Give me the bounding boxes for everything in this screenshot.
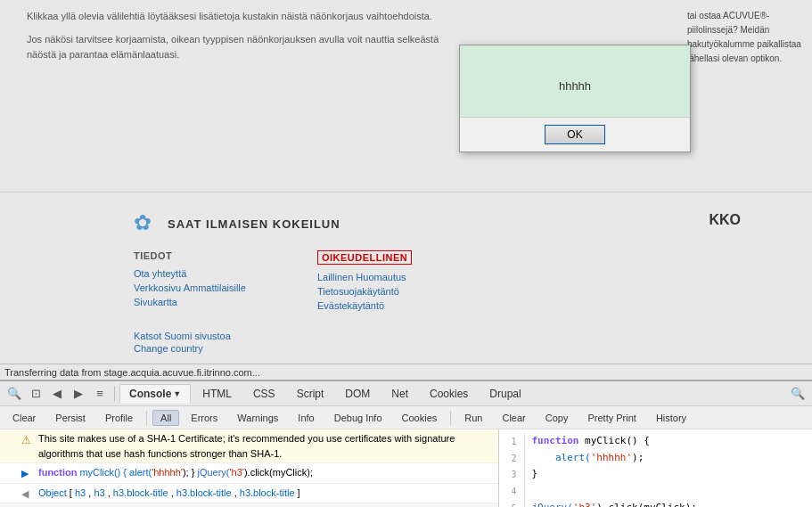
tab-html[interactable]: HTML — [193, 384, 242, 404]
console-toolbar-sep2 — [450, 411, 451, 425]
footer-col-tiedot: TIEDOT Ota yhteyttä Verkkosivu Ammattila… — [134, 250, 246, 315]
alert-arg: 'hhhhh' — [152, 467, 183, 478]
tab-dom[interactable]: DOM — [335, 384, 380, 404]
code-cell-4 — [524, 483, 697, 500]
code-table: 1 function myClick() { 2 alert('hhhhh'); — [506, 433, 697, 507]
alert-dialog: hhhhh OK — [459, 45, 691, 152]
footer-link-laillinen[interactable]: Laillinen Huomautus — [317, 272, 412, 282]
devtools-toolbar: 🔍 ⊡ ◀ ▶ ≡ Console ▼ HTML CSS Script DOM … — [0, 381, 812, 406]
ok-button[interactable]: OK — [545, 125, 604, 144]
line-num-2: 2 — [506, 450, 524, 467]
obj-h3-5: h3.block-title — [240, 487, 295, 498]
tab-console-arrow: ▼ — [173, 389, 181, 398]
line-num-1: 1 — [506, 433, 524, 450]
devtools-search-area: 🔍 — [788, 384, 808, 404]
footer-link-tietosuoja[interactable]: Tietosuojakäytäntö — [317, 286, 412, 297]
right-text: tai ostaa ACUVUE®-piilolinssejä? Meidän … — [687, 9, 803, 66]
tab-script[interactable]: Script — [287, 384, 334, 404]
filter-info-button[interactable]: Info — [290, 410, 322, 426]
footer-link-yhteyta[interactable]: Ota yhteyttä — [134, 268, 246, 279]
devtools-step-icon[interactable]: ≡ — [90, 384, 110, 404]
website-left-content: Klikkaa yllä olevia välilehtiä löytääkse… — [27, 9, 455, 63]
kw-function: function — [38, 467, 77, 478]
footer-logo-area: ✿ SAAT ILMAISEN KOKEILUN — [134, 210, 340, 237]
output-text: Object [ h3 , h3 , h3.block-title , h3.b… — [38, 486, 300, 501]
right-code-area: 1 function myClick() { 2 alert('hhhhh'); — [506, 433, 805, 507]
footer-col-oikeudellinen: OIKEUDELLINEN Laillinen Huomautus Tietos… — [317, 250, 412, 315]
jquery-sel: 'h3' — [230, 467, 244, 478]
footer-katsot-link[interactable]: Katsot Suomi sivustoa — [134, 331, 231, 341]
right-kw-function: function — [532, 435, 579, 446]
history-button[interactable]: History — [648, 410, 694, 426]
fn-myclick: myClick() { — [79, 467, 127, 478]
output-line: ◀ Object [ h3 , h3 , h3.block-title , h3… — [0, 484, 498, 504]
footer-link-sivukartta[interactable]: Sivukartta — [134, 297, 246, 307]
footer-change-country-link[interactable]: Change country — [134, 343, 231, 354]
footer-bottom-links: Katsot Suomi sivustoa Change country — [134, 331, 231, 356]
right-jquery-sel: 'h3' — [573, 502, 597, 507]
alert-dialog-footer: OK — [460, 117, 690, 151]
persist-button[interactable]: Persist — [47, 410, 94, 426]
obj-h3-1: h3 — [75, 487, 86, 498]
filter-debug-button[interactable]: Debug Info — [326, 410, 390, 426]
devtools-search-icon[interactable]: 🔍 — [788, 384, 808, 404]
obj-label: Object — [38, 487, 67, 498]
pretty-print-button[interactable]: Pretty Print — [579, 410, 644, 426]
copy-button[interactable]: Copy — [537, 410, 577, 426]
status-text: Transferring data from stage.acquia.acuv… — [4, 367, 260, 378]
bee-icon: ✿ — [134, 210, 160, 237]
filter-errors-button[interactable]: Errors — [183, 410, 226, 426]
filter-warnings-button[interactable]: Warnings — [229, 410, 286, 426]
arrow-icon: ▶ — [21, 466, 36, 481]
console-right-panel: 1 function myClick() { 2 alert('hhhhh'); — [499, 429, 812, 507]
line-num-3: 3 — [506, 466, 524, 483]
devtools-dom-pick-icon[interactable]: ⊡ — [26, 384, 45, 404]
right-indent — [532, 452, 550, 463]
alert-fn: alert( — [129, 467, 152, 478]
footer-kko: KKO — [709, 212, 741, 228]
warning-text: This site makes use of a SHA-1 Certifica… — [38, 431, 495, 461]
website-footer: ✿ SAAT ILMAISEN KOKEILUN KKO TIEDOT Ota … — [0, 192, 812, 365]
devtools-panel: 🔍 ⊡ ◀ ▶ ≡ Console ▼ HTML CSS Script DOM … — [0, 380, 812, 507]
status-bar: Transferring data from stage.acquia.acuv… — [0, 364, 812, 380]
right-alert: alert( — [555, 452, 591, 463]
code-cell-2: alert('hhhhh'); — [524, 450, 697, 467]
tab-css[interactable]: CSS — [243, 384, 285, 404]
obj-h3-3: h3.block-title — [113, 487, 168, 498]
profile-button[interactable]: Profile — [97, 410, 141, 426]
promo-text: SAAT ILMAISEN KOKEILUN — [168, 217, 340, 231]
obj-bracket-close: ] — [298, 487, 300, 498]
alert-close: ); } — [183, 467, 198, 478]
tab-console-label: Console — [129, 388, 171, 400]
tab-console[interactable]: Console ▼ — [119, 384, 191, 404]
console-toolbar-sep1 — [146, 411, 147, 425]
tab-net[interactable]: Net — [381, 384, 418, 404]
footer-link-evastekaytanto[interactable]: Evästekäytäntö — [317, 300, 412, 311]
footer-link-ammattilaisille[interactable]: Verkkosivu Ammattilaisille — [134, 282, 246, 293]
code-cell-1: function myClick() { — [524, 433, 697, 450]
filter-all-button[interactable]: All — [152, 410, 179, 426]
obj-h3-4: h3.block-title — [176, 487, 232, 498]
right-close-brace: } — [532, 468, 538, 479]
console-messages: ⚠ This site makes use of a SHA-1 Certifi… — [0, 429, 499, 507]
footer-columns: TIEDOT Ota yhteyttä Verkkosivu Ammattila… — [134, 250, 412, 315]
code-row-4: 4 — [506, 483, 697, 500]
output-icon: ◀ — [21, 487, 36, 502]
jquery-call: jQuery( — [197, 467, 229, 478]
tab-drupal[interactable]: Drupal — [480, 384, 530, 404]
website-right-content: tai ostaa ACUVUE®-piilolinssejä? Meidän … — [687, 9, 803, 66]
devtools-forward-icon[interactable]: ▶ — [69, 384, 88, 404]
code-cell-3: } — [524, 466, 697, 483]
clear-button[interactable]: Clear — [4, 410, 44, 426]
code-row-3: 3 } — [506, 466, 697, 483]
console-content: ⚠ This site makes use of a SHA-1 Certifi… — [0, 429, 812, 507]
devtools-back-icon[interactable]: ◀ — [47, 384, 67, 404]
filter-cookies-button[interactable]: Cookies — [394, 410, 446, 426]
tab-cookies[interactable]: Cookies — [420, 384, 478, 404]
line-num-5: 5 — [506, 500, 524, 507]
right-clear-button[interactable]: Clear — [494, 410, 533, 426]
code-output-line: ▶ function myClick() { alert('hhhhh'); }… — [0, 463, 498, 484]
devtools-inspect-icon[interactable]: 🔍 — [4, 384, 24, 404]
run-button[interactable]: Run — [456, 410, 490, 426]
code-row-1: 1 function myClick() { — [506, 433, 697, 450]
